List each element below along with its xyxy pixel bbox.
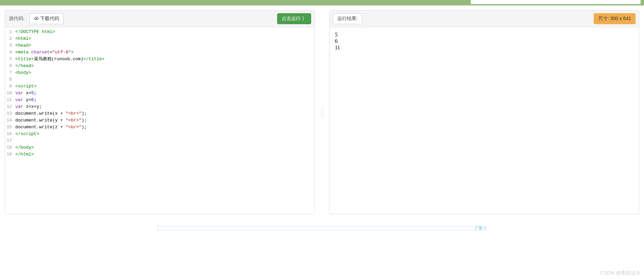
panel-divider[interactable] — [321, 10, 323, 214]
code-line[interactable]: </script> — [15, 131, 312, 137]
ad-close[interactable]: × — [484, 226, 486, 230]
code-line[interactable]: <head> — [15, 42, 312, 49]
line-number: 2 — [5, 35, 12, 42]
code-line[interactable]: var z=x+y; — [15, 103, 312, 110]
line-number: 10 — [5, 90, 12, 97]
output-line: 6 — [335, 38, 633, 44]
code-line[interactable]: document.write(z + "<br>"); — [15, 124, 312, 131]
line-number: 17 — [5, 137, 12, 144]
line-number: 4 — [5, 49, 12, 56]
line-number: 1 — [5, 29, 12, 35]
download-code-label: 下载代码 — [40, 16, 59, 22]
main-container: 源代码: 下载代码 点击运行 》 12345678910111213141516… — [0, 5, 644, 219]
run-button[interactable]: 点击运行 》 — [277, 13, 311, 24]
code-editor[interactable]: 12345678910111213141516171819 <!DOCTYPE … — [5, 27, 315, 214]
cloud-download-icon — [34, 16, 39, 22]
download-code-button[interactable]: 下载代码 — [30, 13, 64, 24]
line-number: 13 — [5, 110, 12, 117]
code-line[interactable]: document.write(y + "<br>"); — [15, 117, 312, 124]
code-line[interactable] — [15, 137, 312, 144]
code-line[interactable]: <body> — [15, 69, 312, 76]
code-line[interactable]: <meta charset="utf-8"> — [15, 49, 312, 56]
line-number: 6 — [5, 63, 12, 69]
result-label: 运行结果: — [333, 13, 362, 24]
top-banner — [0, 0, 644, 5]
line-number: 8 — [5, 76, 12, 83]
code-line[interactable]: <html> — [15, 35, 312, 42]
output-line: 5 — [335, 31, 633, 38]
line-number: 15 — [5, 124, 12, 131]
code-line[interactable]: </head> — [15, 63, 312, 69]
source-label: 源代码: — [8, 13, 28, 24]
code-content[interactable]: <!DOCTYPE html><html><head><meta charset… — [13, 27, 315, 214]
ad-tag: 广告 × — [475, 226, 486, 231]
line-number: 14 — [5, 117, 12, 124]
line-number: 16 — [5, 131, 12, 137]
code-line[interactable]: </body> — [15, 144, 312, 151]
line-number: 12 — [5, 103, 12, 110]
line-number: 18 — [5, 144, 12, 151]
code-line[interactable]: </html> — [15, 151, 312, 158]
code-line[interactable]: var y=6; — [15, 97, 312, 103]
source-header-left: 源代码: 下载代码 — [8, 13, 64, 24]
ad-label-text: 广告 — [475, 226, 483, 230]
result-output: 5611 — [329, 27, 639, 214]
line-number-gutter: 12345678910111213141516171819 — [5, 27, 13, 214]
result-panel: 运行结果: 尺寸: 300 x 641 5611 — [329, 10, 639, 214]
output-line: 11 — [335, 44, 633, 51]
code-line[interactable]: <title>菜鸟教程(runoob.com)</title> — [15, 56, 312, 63]
search-area-placeholder — [471, 0, 641, 4]
code-line[interactable]: <!DOCTYPE html> — [15, 29, 312, 35]
code-line[interactable]: document.write(x + "<br>"); — [15, 110, 312, 117]
line-number: 7 — [5, 69, 12, 76]
line-number: 19 — [5, 151, 12, 158]
size-label: 尺寸: 300 x 641 — [598, 16, 631, 22]
source-panel: 源代码: 下载代码 点击运行 》 12345678910111213141516… — [5, 10, 315, 214]
size-button[interactable]: 尺寸: 300 x 641 — [594, 13, 636, 24]
result-panel-header: 运行结果: 尺寸: 300 x 641 — [329, 11, 639, 27]
line-number: 11 — [5, 97, 12, 103]
ad-strip[interactable]: 广告 × — [157, 226, 487, 231]
line-number: 3 — [5, 42, 12, 49]
code-line[interactable] — [15, 76, 312, 83]
code-line[interactable]: <script> — [15, 83, 312, 90]
run-button-label: 点击运行 》 — [282, 16, 307, 22]
code-line[interactable]: var x=5; — [15, 90, 312, 97]
result-header-left: 运行结果: — [333, 13, 362, 24]
line-number: 5 — [5, 56, 12, 63]
source-panel-header: 源代码: 下载代码 点击运行 》 — [5, 11, 315, 27]
line-number: 9 — [5, 83, 12, 90]
